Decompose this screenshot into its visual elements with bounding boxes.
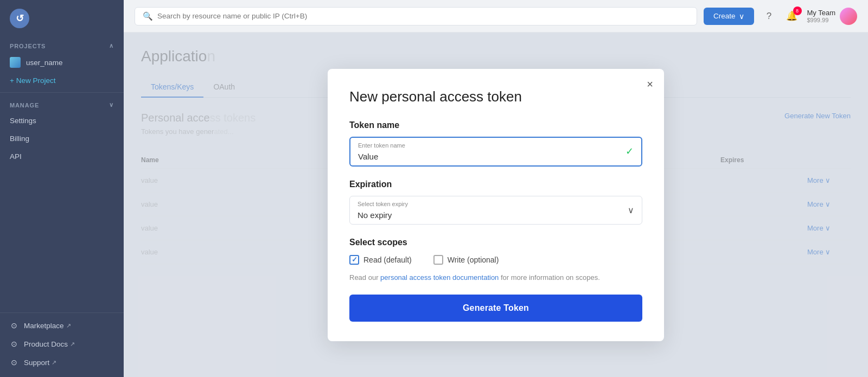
topbar: 🔍 Create ∨ ? 🔔 8 My Team $999.99: [124, 0, 868, 33]
manage-section-header: MANAGE ∨: [0, 96, 124, 112]
support-icon: ⊙: [10, 358, 18, 367]
avatar: [840, 8, 857, 25]
sidebar-logo: ↺: [0, 0, 124, 37]
support-label: Support: [24, 359, 49, 367]
scope-read-item: Read (default): [349, 255, 412, 265]
marketplace-label: Marketplace: [24, 322, 64, 330]
create-label: Create: [713, 12, 736, 20]
modal-close-button[interactable]: ×: [647, 79, 653, 90]
sidebar-bottom-divider: [0, 312, 124, 313]
project-icon: [10, 57, 21, 68]
create-chevron-icon: ∨: [739, 12, 744, 21]
scope-note: Read our personal access token documenta…: [349, 273, 642, 282]
generate-token-button[interactable]: Generate Token: [349, 295, 642, 322]
search-input[interactable]: [157, 12, 689, 20]
notifications-wrapper: 🔔 8: [784, 9, 800, 24]
product-docs-label: Product Docs: [24, 340, 68, 348]
billing-label: Billing: [10, 135, 29, 143]
expiry-select-wrapper[interactable]: Select token expiry No expiry ∨: [349, 196, 642, 225]
sidebar-item-new-project[interactable]: + New Project: [0, 72, 124, 89]
team-credit: $999.99: [807, 17, 836, 23]
new-project-label: + New Project: [10, 76, 55, 85]
expiration-field-group: Expiration Select token expiry No expiry…: [349, 180, 642, 225]
token-name-label: Token name: [349, 120, 642, 130]
expiry-float-label: Select token expiry: [358, 201, 408, 207]
chevron-down-icon: ∨: [628, 205, 634, 215]
search-bar[interactable]: 🔍: [135, 7, 697, 25]
collapse-icon: ∧: [109, 42, 114, 49]
notification-badge: 8: [793, 7, 802, 15]
search-icon: 🔍: [143, 11, 153, 21]
token-name-float-label: Enter token name: [358, 142, 405, 149]
settings-label: Settings: [10, 117, 36, 125]
sidebar: ↺ PROJECTS ∧ user_name + New Project MAN…: [0, 0, 124, 377]
token-name-input-wrapper: Enter token name ✓: [349, 137, 642, 167]
sidebar-item-user-project[interactable]: user_name: [0, 53, 124, 72]
main-content: Application Tokens/Keys OAuth Personal a…: [124, 33, 868, 377]
sidebar-item-billing[interactable]: Billing: [0, 130, 124, 148]
team-name: My Team: [807, 9, 836, 17]
expiration-label: Expiration: [349, 180, 642, 189]
modal-overlay: × New personal access token Token name E…: [124, 33, 868, 377]
sidebar-item-settings[interactable]: Settings: [0, 112, 124, 130]
check-icon: ✓: [626, 145, 634, 157]
external-link-icon-2: ↗: [70, 341, 75, 348]
sidebar-item-product-docs[interactable]: ⊙ Product Docs ↗: [0, 335, 124, 353]
sidebar-bottom: ⊙ Marketplace ↗ ⊙ Product Docs ↗ ⊙ Suppo…: [0, 309, 124, 377]
scopes-label: Select scopes: [349, 238, 642, 247]
sidebar-item-api[interactable]: API: [0, 148, 124, 165]
topbar-right: Create ∨ ? 🔔 8 My Team $999.99: [704, 8, 857, 25]
app-logo-icon: ↺: [10, 9, 29, 28]
scope-read-label: Read (default): [363, 255, 412, 264]
sidebar-divider: [0, 92, 124, 93]
scope-doc-link[interactable]: personal access token documentation: [380, 273, 499, 282]
sidebar-item-support[interactable]: ⊙ Support ↗: [0, 353, 124, 372]
modal-title: New personal access token: [349, 88, 642, 105]
user-project-label: user_name: [26, 59, 63, 67]
scopes-row: Read (default) Write (optional): [349, 255, 642, 265]
projects-section-header: PROJECTS ∧: [0, 37, 124, 53]
scope-read-checkbox[interactable]: [349, 255, 359, 265]
modal-dialog: × New personal access token Token name E…: [328, 69, 664, 341]
external-link-icon: ↗: [66, 322, 71, 329]
api-label: API: [10, 152, 22, 161]
token-name-field-group: Token name Enter token name ✓: [349, 120, 642, 167]
manage-collapse-icon: ∨: [109, 101, 114, 108]
external-link-icon-3: ↗: [52, 359, 56, 366]
scope-write-checkbox[interactable]: [433, 255, 443, 265]
sidebar-item-marketplace[interactable]: ⊙ Marketplace ↗: [0, 316, 124, 335]
manage-label: MANAGE: [10, 102, 39, 108]
help-icon[interactable]: ?: [762, 9, 777, 24]
team-info: My Team $999.99: [807, 8, 858, 25]
marketplace-icon: ⊙: [10, 321, 18, 330]
product-docs-icon: ⊙: [10, 340, 18, 348]
projects-label: PROJECTS: [10, 43, 46, 49]
main-area: 🔍 Create ∨ ? 🔔 8 My Team $999.99: [124, 0, 868, 377]
scope-write-label: Write (optional): [448, 255, 499, 264]
create-button[interactable]: Create ∨: [704, 8, 754, 25]
scopes-field-group: Select scopes Read (default) Write (opti…: [349, 238, 642, 282]
scope-write-item: Write (optional): [433, 255, 499, 265]
